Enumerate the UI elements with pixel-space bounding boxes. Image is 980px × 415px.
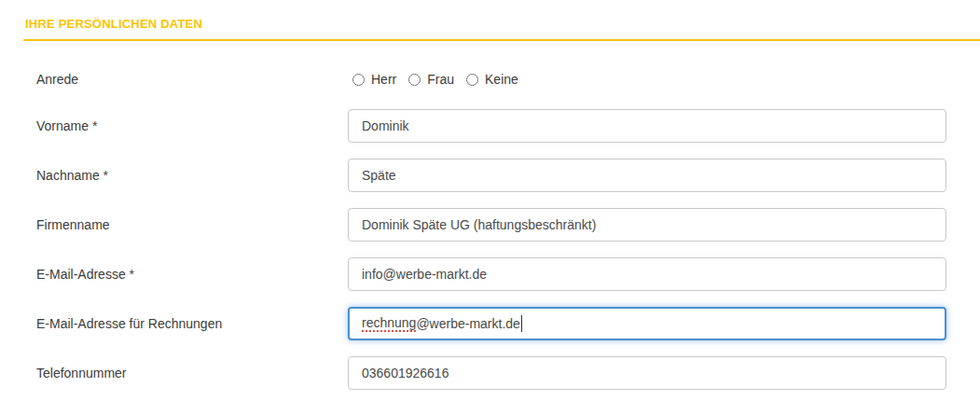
salutation-row: Anrede Herr Frau Keine bbox=[23, 65, 980, 93]
phone-row: Telefonnummer bbox=[23, 356, 980, 390]
email-row: E-Mail-Adresse * bbox=[23, 257, 980, 291]
first-name-label: Vorname * bbox=[23, 118, 348, 133]
section-title: IHRE PERSÖNLICHEN DATEN bbox=[25, 17, 980, 31]
form: Anrede Herr Frau Keine bbox=[23, 65, 980, 390]
billing-email-text: @werbe-markt.de bbox=[416, 316, 519, 331]
radio-unchecked-icon[interactable] bbox=[352, 74, 365, 86]
last-name-label: Nachname * bbox=[23, 168, 348, 183]
salutation-radio-frau[interactable]: Frau bbox=[408, 72, 454, 87]
billing-email-label: E-Mail-Adresse für Rechnungen bbox=[23, 316, 348, 331]
salutation-label: Anrede bbox=[23, 72, 348, 87]
billing-email-input[interactable]: rechnung @werbe-markt.de bbox=[348, 307, 946, 340]
salutation-option-label[interactable]: Herr bbox=[371, 72, 396, 87]
phone-input[interactable] bbox=[348, 356, 946, 390]
salutation-option-label[interactable]: Keine bbox=[485, 72, 518, 87]
personal-data-section: IHRE PERSÖNLICHEN DATEN Anrede Herr Frau bbox=[23, 17, 980, 390]
salutation-radio-keine[interactable]: Keine bbox=[466, 72, 518, 87]
first-name-row: Vorname * bbox=[23, 109, 980, 143]
misspelled-text: rechnung bbox=[362, 315, 416, 332]
last-name-input[interactable] bbox=[348, 159, 946, 192]
text-caret bbox=[521, 315, 522, 332]
last-name-row: Nachname * bbox=[23, 159, 980, 192]
section-divider bbox=[23, 39, 980, 41]
company-input[interactable] bbox=[348, 208, 946, 242]
company-label: Firmenname bbox=[23, 217, 348, 232]
billing-email-row: E-Mail-Adresse für Rechnungen rechnung @… bbox=[23, 307, 980, 340]
first-name-input[interactable] bbox=[348, 109, 946, 143]
radio-unchecked-icon[interactable] bbox=[466, 74, 478, 86]
email-label: E-Mail-Adresse * bbox=[23, 267, 348, 282]
company-row: Firmenname bbox=[23, 208, 980, 242]
radio-unchecked-icon[interactable] bbox=[408, 74, 421, 86]
phone-label: Telefonnummer bbox=[23, 366, 348, 380]
email-input[interactable] bbox=[348, 257, 946, 291]
salutation-option-label[interactable]: Frau bbox=[427, 72, 454, 87]
salutation-radio-group: Herr Frau Keine bbox=[352, 72, 531, 87]
salutation-radio-herr[interactable]: Herr bbox=[352, 72, 396, 87]
